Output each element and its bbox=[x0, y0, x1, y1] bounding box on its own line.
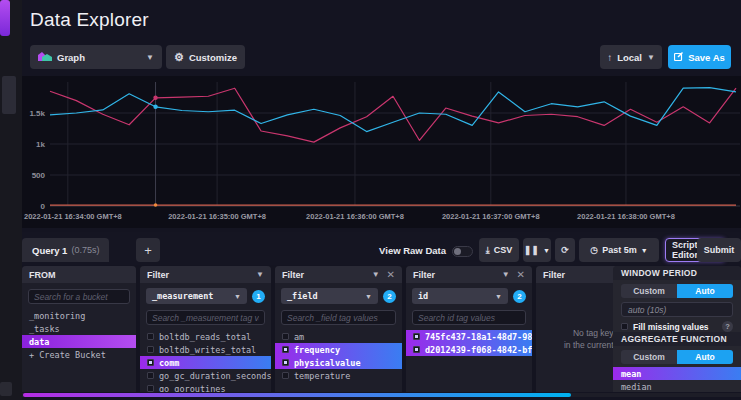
window-period-value[interactable]: auto (10s) bbox=[621, 302, 733, 317]
save-icon bbox=[674, 52, 683, 63]
customize-label: Customize bbox=[189, 52, 237, 63]
checkbox-icon[interactable] bbox=[621, 323, 628, 330]
chevron-down-icon: ▼ bbox=[647, 53, 655, 62]
horizontal-scrollbar[interactable] bbox=[22, 393, 741, 397]
field-search-input[interactable] bbox=[281, 310, 396, 325]
filter-card-title: Filter bbox=[147, 270, 251, 280]
bucket-item[interactable]: _tasks bbox=[22, 322, 136, 335]
refresh-button[interactable]: ⟳ bbox=[555, 238, 575, 262]
create-bucket-button[interactable]: + Create Bucket bbox=[22, 348, 136, 361]
nav-scroll-thumb[interactable] bbox=[0, 0, 10, 36]
toggle-knob bbox=[454, 248, 461, 255]
csv-download-button[interactable]: ⤓ CSV bbox=[479, 238, 519, 262]
svg-text:1.5k: 1.5k bbox=[29, 109, 45, 118]
chevron-down-icon: ▼ bbox=[146, 53, 154, 62]
chart-svg: 05001k1.5k2022-01-21 16:34:00 GMT+82022-… bbox=[22, 76, 741, 228]
tag-value-item-selected[interactable]: frequency bbox=[275, 343, 402, 356]
query-tab-duration: (0.75s) bbox=[71, 245, 99, 255]
tag-value-item[interactable]: go_goroutines bbox=[140, 382, 271, 392]
tag-value-item-selected[interactable]: d2012439-f068-4842-bfef-8… bbox=[406, 343, 532, 356]
add-query-button[interactable]: + bbox=[136, 238, 160, 262]
refresh-icon: ⟳ bbox=[561, 245, 569, 255]
tag-value-item[interactable]: boltdb_writes_total bbox=[140, 343, 271, 356]
query-builder: FROM _monitoring _tasks data + Create Bu… bbox=[22, 266, 741, 392]
tag-value-item[interactable]: boltdb_reads_total bbox=[140, 330, 271, 343]
chevron-down-icon: ▼ bbox=[641, 247, 648, 254]
svg-text:0: 0 bbox=[41, 202, 46, 211]
tag-value-item[interactable]: temperature bbox=[275, 369, 402, 382]
filter-card-title: Filter bbox=[282, 270, 367, 280]
window-period-panel: WINDOW PERIOD Custom Auto auto (10s) Fil… bbox=[613, 266, 741, 392]
tag-value-item-selected[interactable]: comm bbox=[140, 356, 271, 369]
chevron-down-icon: ▼ bbox=[365, 293, 372, 300]
checkbox-icon bbox=[147, 372, 154, 379]
csv-label: CSV bbox=[494, 245, 513, 255]
tag-value-item[interactable]: go_gc_duration_seconds bbox=[140, 369, 271, 382]
pause-icon: ❚❚ bbox=[524, 245, 539, 255]
chevron-down-icon: ▼ bbox=[495, 293, 502, 300]
chevron-down-icon[interactable]: ▼ bbox=[372, 270, 380, 279]
svg-text:1k: 1k bbox=[36, 140, 45, 149]
query-tab-name: Query 1 bbox=[32, 245, 67, 256]
tag-key-label: _measurement bbox=[152, 291, 234, 301]
svg-text:2022-01-21 16:35:00 GMT+8: 2022-01-21 16:35:00 GMT+8 bbox=[168, 212, 266, 221]
auto-option[interactable]: Auto bbox=[677, 350, 733, 364]
nav-strip-block bbox=[2, 76, 16, 114]
custom-option[interactable]: Custom bbox=[621, 350, 677, 364]
svg-text:2022-01-21 16:38:00 GMT+8: 2022-01-21 16:38:00 GMT+8 bbox=[577, 212, 675, 221]
time-series-chart[interactable]: 05001k1.5k2022-01-21 16:34:00 GMT+82022-… bbox=[22, 76, 741, 228]
tag-key-dropdown[interactable]: id ▼ bbox=[412, 288, 508, 304]
nav-strip-block-bottom bbox=[0, 382, 12, 396]
view-type-dropdown[interactable]: Graph ▼ bbox=[30, 45, 162, 69]
aggregate-function-item-selected[interactable]: mean bbox=[613, 367, 741, 380]
help-icon[interactable]: ? bbox=[722, 321, 733, 332]
local-dropdown[interactable]: ↑ Local ▼ bbox=[600, 45, 662, 69]
query-toolbar: Query 1 (0.75s) + View Raw Data ⤓ CSV ❚❚… bbox=[22, 232, 741, 265]
selected-count-badge: 2 bbox=[383, 290, 396, 303]
checkbox-icon bbox=[147, 333, 154, 340]
custom-option[interactable]: Custom bbox=[621, 284, 677, 298]
from-card-title: FROM bbox=[29, 270, 129, 280]
horizontal-scrollbar-thumb[interactable] bbox=[23, 393, 571, 397]
bucket-item[interactable]: _monitoring bbox=[22, 309, 136, 322]
svg-text:2022-01-21 16:37:00 GMT+8: 2022-01-21 16:37:00 GMT+8 bbox=[442, 212, 540, 221]
tag-key-dropdown[interactable]: _field ▼ bbox=[281, 288, 378, 304]
aggregate-function-item[interactable]: median bbox=[613, 380, 741, 392]
close-icon[interactable]: ✕ bbox=[517, 269, 525, 280]
local-label: Local bbox=[617, 52, 642, 63]
bucket-search-input[interactable] bbox=[28, 289, 130, 304]
auto-option[interactable]: Auto bbox=[677, 284, 733, 298]
chevron-down-icon[interactable]: ▼ bbox=[502, 270, 510, 279]
up-arrow-icon: ↑ bbox=[607, 52, 612, 63]
query-tab[interactable]: Query 1 (0.75s) bbox=[22, 238, 109, 262]
submit-button[interactable]: Submit bbox=[697, 238, 741, 262]
chevron-down-icon[interactable]: ▼ bbox=[256, 270, 264, 279]
customize-button[interactable]: ⚙ Customize bbox=[166, 45, 245, 69]
checkbox-icon bbox=[413, 333, 420, 340]
checkbox-icon bbox=[282, 333, 289, 340]
filter-card-field: Filter ▼ ✕ _field ▼ 2 am frequency physi… bbox=[275, 266, 402, 392]
save-as-button[interactable]: Save As bbox=[668, 45, 731, 69]
from-card: FROM _monitoring _tasks data + Create Bu… bbox=[22, 266, 136, 392]
checkbox-icon bbox=[147, 385, 154, 392]
close-icon[interactable]: ✕ bbox=[387, 269, 395, 280]
tag-value-item[interactable]: am bbox=[275, 330, 402, 343]
id-search-input[interactable] bbox=[412, 310, 526, 325]
view-type-label: Graph bbox=[57, 52, 85, 63]
time-range-label: Past 5m bbox=[602, 245, 637, 255]
pause-button[interactable]: ❚❚ ▼ bbox=[523, 238, 551, 262]
chevron-down-icon: ▼ bbox=[234, 293, 241, 300]
filter-card-title: Filter bbox=[413, 270, 497, 280]
window-period-title: WINDOW PERIOD bbox=[613, 266, 741, 280]
tag-key-dropdown[interactable]: _measurement ▼ bbox=[146, 288, 247, 304]
time-range-dropdown[interactable]: ◷ Past 5m ▼ bbox=[579, 238, 659, 262]
aggregate-segmented: Custom Auto bbox=[621, 350, 733, 364]
checkbox-icon bbox=[147, 346, 154, 353]
checkbox-icon bbox=[282, 346, 289, 353]
bucket-item-selected[interactable]: data bbox=[22, 335, 136, 348]
tag-value-item-selected[interactable]: 745fc437-18a1-48d7-98a6-7… bbox=[406, 330, 532, 343]
window-period-segmented: Custom Auto bbox=[621, 284, 733, 298]
view-raw-data-toggle[interactable] bbox=[452, 246, 473, 257]
tag-value-item-selected[interactable]: physicalvalue bbox=[275, 356, 402, 369]
measurement-search-input[interactable] bbox=[146, 310, 265, 325]
